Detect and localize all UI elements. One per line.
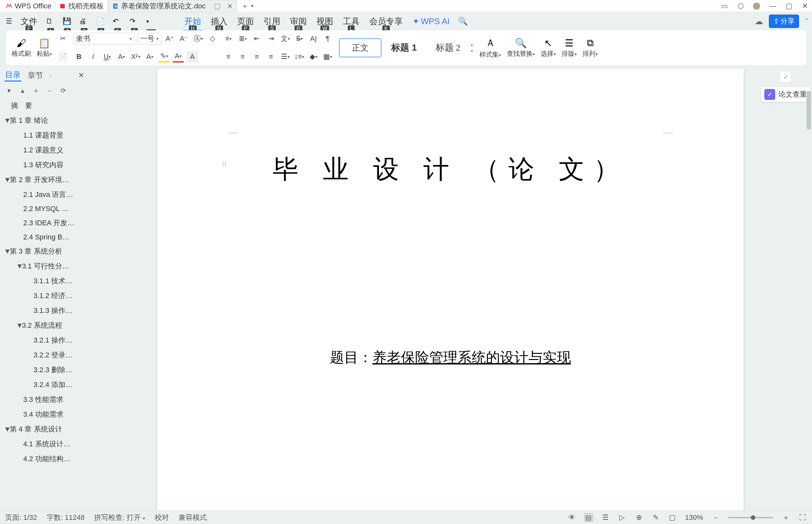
align-left-icon[interactable]: ≡ <box>223 51 234 63</box>
outline-item[interactable]: ▼第 1 章 绪论 <box>1 113 86 128</box>
text-effect-icon[interactable]: A▾ <box>144 51 156 63</box>
outline-item[interactable]: 1.2 课题意义 <box>1 143 86 158</box>
sort-icon[interactable]: AĮ <box>308 33 319 45</box>
outline-item[interactable]: 3.1.2 经济… <box>1 289 86 303</box>
outline-expand-icon[interactable]: ▴ <box>18 86 27 95</box>
align-justify-icon[interactable]: ≡ <box>265 51 277 63</box>
status-words[interactable]: 字数: 11248 <box>47 513 84 522</box>
status-pen-icon[interactable]: ✎ <box>651 513 660 522</box>
outline-item[interactable]: 2.2 MYSQL … <box>1 202 86 216</box>
menu-page[interactable]: 页面P <box>236 15 255 28</box>
status-spellcheck[interactable]: 拼写检查: 打开 ▾ <box>94 513 145 522</box>
outline-item[interactable]: ▼3.1 可行性分… <box>1 259 86 274</box>
close-icon[interactable]: ✕ <box>227 2 233 10</box>
vertical-scrollbar[interactable] <box>806 91 812 510</box>
bullets-icon[interactable]: ≡▾ <box>223 33 234 45</box>
clear-format-icon[interactable]: ◇ <box>206 33 218 45</box>
zoom-in-icon[interactable]: ＋ <box>782 513 790 522</box>
outdent-icon[interactable]: ⇤ <box>251 33 263 45</box>
outline-item[interactable]: ▼第 4 章 系统设计 <box>1 422 86 437</box>
font-size-select[interactable]: 一号▾ <box>137 33 162 45</box>
indent-icon[interactable]: ⇥ <box>265 33 277 45</box>
document-canvas[interactable]: ⠿ 毕 业 设 计 （论 文） 题目：养老保险管理系统的设计与实现 ⤢ ✓ 论文… <box>88 65 812 510</box>
decrease-font-icon[interactable]: A⁻ <box>178 33 190 45</box>
status-box-icon[interactable]: ▢ <box>668 513 677 522</box>
outline-item[interactable]: 1.1 课题背景 <box>1 128 86 143</box>
outline-add-icon[interactable]: ＋ <box>32 86 40 95</box>
view-read-icon[interactable]: ▷ <box>618 513 626 522</box>
menu-ref[interactable]: 引用S <box>262 15 282 28</box>
outline-item[interactable]: ▼第 2 章 开发环境… <box>1 173 86 187</box>
font-color-icon[interactable]: A▾ <box>172 51 184 63</box>
plagiarism-check-button[interactable]: ✓ 论文查重 <box>761 87 810 102</box>
outline-item[interactable]: 2.4 Spring B… <box>1 230 86 244</box>
chevron-down-icon[interactable]: ▼ <box>16 262 22 271</box>
zoom-out-icon[interactable]: － <box>711 513 720 522</box>
underline-icon[interactable]: U▾ <box>101 51 113 63</box>
menu-ai[interactable]: ✦WPS AI <box>411 15 451 28</box>
copy-icon[interactable]: 📄 <box>57 51 69 63</box>
font-name-select[interactable]: 隶书▾ <box>73 33 135 45</box>
window-layout-icon[interactable]: ▭ <box>720 2 728 10</box>
view-web-icon[interactable]: ⊕ <box>635 513 643 522</box>
superscript-icon[interactable]: X²▾ <box>130 51 142 63</box>
outline-item[interactable]: 3.2.2 登录… <box>1 348 86 362</box>
distribute-icon[interactable]: ☰▾ <box>279 51 291 63</box>
tab-document[interactable]: W 养老保险管理系统论文.doc ▢ ✕ <box>108 0 237 12</box>
share-button[interactable]: ⇪分享 <box>769 15 799 28</box>
quick-save-icon[interactable]: 💾 <box>63 17 71 25</box>
show-marks-icon[interactable]: ¶ <box>322 33 333 45</box>
paragraph-handle-icon[interactable]: ⠿ <box>222 161 226 169</box>
menu-view[interactable]: 视图W <box>315 15 334 28</box>
select-icon[interactable]: ↖ <box>544 37 552 49</box>
align-center-icon[interactable]: ≡ <box>237 51 248 63</box>
paste-icon[interactable]: 📋 <box>38 37 50 49</box>
hamburger-icon[interactable]: ☰ <box>6 17 12 26</box>
menu-vip[interactable]: 会员专享K <box>368 15 404 28</box>
avatar-icon[interactable] <box>753 2 760 10</box>
menu-review[interactable]: 审阅R <box>289 15 308 28</box>
tab-templates[interactable]: 找稻壳模板 <box>55 0 108 12</box>
cube-icon[interactable]: ⬡ <box>736 2 744 10</box>
layout-icon[interactable]: ☰ <box>565 37 574 49</box>
outline-item[interactable]: 4.2 功能结构… <box>1 452 86 466</box>
bold-icon[interactable]: B <box>73 51 85 63</box>
menu-start[interactable]: 开始H <box>183 15 202 28</box>
tab-app[interactable]: WPS Office <box>2 0 55 12</box>
outline-item[interactable]: ▼第 3 章 系统分析 <box>1 244 86 259</box>
search-icon[interactable]: 🔍 <box>458 17 468 26</box>
sidebar-close-icon[interactable]: ✕ <box>78 71 84 80</box>
outline-item[interactable]: 3.2.3 删除… <box>1 362 86 377</box>
view-page-icon[interactable]: ▤ <box>584 513 593 522</box>
quick-print-icon[interactable]: 🖨 <box>79 17 86 25</box>
view-outline-icon[interactable]: ☰ <box>601 513 610 522</box>
italic-icon[interactable]: I <box>87 51 99 63</box>
quick-preview-icon[interactable]: 📄 <box>96 17 105 25</box>
borders-icon[interactable]: ▦▾ <box>322 51 333 63</box>
status-proof[interactable]: 校对 <box>155 513 169 522</box>
fullscreen-icon[interactable]: ⛶ <box>798 513 807 522</box>
chevron-down-icon[interactable]: ▼ <box>4 176 10 184</box>
align-right-icon[interactable]: ≡ <box>251 51 263 63</box>
collapse-ribbon-icon[interactable]: ˄ <box>805 17 808 25</box>
sidebar-tab-next-icon[interactable]: › <box>50 72 51 78</box>
quick-redo-icon[interactable]: ↷ <box>130 17 135 25</box>
quick-undo-icon[interactable]: ↶ <box>113 17 119 25</box>
style-scroll-up-icon[interactable]: ▴ <box>471 42 473 47</box>
style-heading2[interactable]: 标题 2 <box>427 38 469 58</box>
outline-item[interactable]: 3.2.1 操作… <box>1 333 86 348</box>
status-eye-icon[interactable]: 👁 <box>568 513 576 522</box>
outline-item[interactable]: 3.3 性能需求 <box>1 392 86 407</box>
close-window-icon[interactable]: ✕ <box>801 2 809 10</box>
page-fit-icon[interactable]: ⤢ <box>780 71 791 82</box>
menu-tools[interactable]: 工具L <box>342 15 361 28</box>
outline-item[interactable]: 3.1.3 操作… <box>1 303 86 318</box>
styleset-icon[interactable]: Ａ <box>485 36 495 50</box>
status-compat[interactable]: 兼容模式 <box>179 513 207 522</box>
add-tab-button[interactable]: ＋ <box>241 1 248 11</box>
line-spacing-icon[interactable]: ↕≡▾ <box>294 51 305 63</box>
menu-file[interactable]: 文件F <box>19 15 39 28</box>
chevron-down-icon[interactable]: ▼ <box>4 116 10 125</box>
numbering-icon[interactable]: ≣▾ <box>237 33 248 45</box>
style-normal[interactable]: 正文 <box>339 39 381 57</box>
